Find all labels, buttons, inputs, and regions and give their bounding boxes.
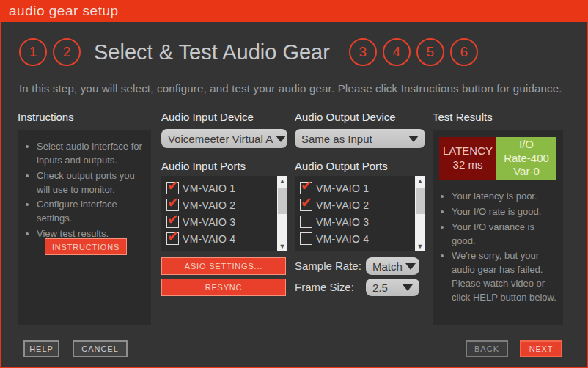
audio-gear-setup-window: audio gear setup 1 2 Select & Test Audio… <box>0 0 588 368</box>
port-checkbox[interactable] <box>166 216 179 228</box>
port-checkbox[interactable] <box>300 216 312 228</box>
latency-title: LATENCY <box>443 144 493 158</box>
latency-value: 32 ms <box>453 158 483 172</box>
output-port-row[interactable]: VM-VAIO 4 <box>295 230 425 247</box>
port-checkbox[interactable] <box>300 199 312 211</box>
io-title: I/O <box>519 138 534 152</box>
chevron-down-icon <box>405 263 416 270</box>
audio-input-device-value: Voicemeeter Virtual A <box>168 133 273 145</box>
input-port-row[interactable]: VM-VAIO 4 <box>161 230 287 247</box>
scroll-down-icon[interactable]: ▼ <box>277 241 287 251</box>
port-label: VM-VAIO 1 <box>183 183 235 194</box>
resync-button[interactable]: RESYNC <box>161 279 286 296</box>
audio-input-ports-list: VM-VAIO 1 VM-VAIO 2 VM-VAIO 3 VM-VAIO 4 … <box>161 176 287 251</box>
instructions-bullet-list: Select audio interface for inputs and ou… <box>23 140 148 241</box>
test-results-label: Test Results <box>433 111 493 123</box>
audio-output-device-label: Audio Output Device <box>295 111 396 123</box>
audio-output-ports-label: Audio Output Ports <box>295 160 388 172</box>
asio-settings-button[interactable]: ASIO SETTINGS... <box>161 257 286 275</box>
help-button[interactable]: HELP <box>23 340 59 357</box>
scrollbar[interactable]: ▲ ▼ <box>277 176 287 251</box>
audio-output-device-dropdown[interactable]: Same as Input <box>295 129 425 148</box>
step-indicator-2[interactable]: 2 <box>53 38 81 66</box>
chevron-down-icon <box>403 284 413 291</box>
instruction-item: Configure interface settings. <box>37 198 148 226</box>
audio-input-ports-label: Audio Input Ports <box>161 160 246 172</box>
port-label: VM-VAIO 4 <box>316 233 369 245</box>
step-indicator-3[interactable]: 3 <box>349 38 377 66</box>
step-indicator-1[interactable]: 1 <box>19 38 47 66</box>
audio-input-device-label: Audio Input Device <box>161 111 254 123</box>
frame-size-label: Frame Size: <box>295 281 354 293</box>
instruction-item: Select audio interface for inputs and ou… <box>37 140 148 168</box>
test-result-item: Your I/O rate is good. <box>452 205 560 219</box>
instructions-panel: Select audio interface for inputs and ou… <box>18 130 151 325</box>
io-variance-value: Var-0 <box>513 165 540 179</box>
port-label: VM-VAIO 3 <box>316 216 369 228</box>
output-port-row[interactable]: VM-VAIO 3 <box>295 213 425 230</box>
audio-output-device-value: Same as Input <box>301 133 372 145</box>
chevron-down-icon <box>276 136 286 142</box>
port-checkbox[interactable] <box>300 182 312 194</box>
latency-result-block: LATENCY 32 ms <box>439 137 496 180</box>
port-label: VM-VAIO 4 <box>183 233 235 245</box>
wizard-header: 1 2 Select & Test Audio Gear 3 4 5 6 <box>19 38 484 66</box>
cancel-button[interactable]: CANCEL <box>73 340 128 357</box>
test-results-bullet-list: Your latency is poor. Your I/O rate is g… <box>438 190 560 305</box>
sample-rate-dropdown[interactable]: Match <box>366 257 419 275</box>
output-port-row[interactable]: VM-VAIO 1 <box>295 180 425 196</box>
test-results-panel: LATENCY 32 ms I/O Rate-400 Var-0 Your la… <box>433 130 563 325</box>
step-indicator-4[interactable]: 4 <box>383 38 411 66</box>
step-indicator-6[interactable]: 6 <box>450 38 478 66</box>
instruction-item: Check output ports you will use to monit… <box>37 169 148 197</box>
chevron-down-icon <box>408 136 419 142</box>
input-port-row[interactable]: VM-VAIO 2 <box>161 196 287 213</box>
port-label: VM-VAIO 2 <box>183 199 235 211</box>
scrollbar[interactable]: ▲ ▼ <box>415 176 425 251</box>
scrollbar-thumb[interactable] <box>278 188 287 214</box>
page-title: Select & Test Audio Gear <box>94 40 330 65</box>
step-description: In this step, you will select, configure… <box>19 82 578 95</box>
input-port-row[interactable]: VM-VAIO 3 <box>161 213 287 230</box>
audio-input-device-dropdown[interactable]: Voicemeeter Virtual A <box>161 129 287 148</box>
port-label: VM-VAIO 3 <box>183 216 235 228</box>
port-label: VM-VAIO 1 <box>316 183 369 194</box>
frame-size-dropdown[interactable]: 2.5 <box>366 279 419 296</box>
back-button[interactable]: BACK <box>466 340 508 357</box>
test-result-item: Your latency is poor. <box>452 190 560 204</box>
port-checkbox[interactable] <box>166 182 179 194</box>
port-checkbox[interactable] <box>300 232 312 245</box>
instructions-label: Instructions <box>18 111 74 123</box>
output-port-row[interactable]: VM-VAIO 2 <box>295 196 425 213</box>
test-result-item: Your I/O variance is good. <box>452 221 560 249</box>
audio-output-ports-list: VM-VAIO 1 VM-VAIO 2 VM-VAIO 3 VM-VAIO 4 … <box>295 176 425 251</box>
step-indicator-5[interactable]: 5 <box>416 38 444 66</box>
port-checkbox[interactable] <box>166 199 179 211</box>
test-result-blocks: LATENCY 32 ms I/O Rate-400 Var-0 <box>439 137 556 180</box>
test-result-item: We're sorry, but your audio gear has fai… <box>452 249 560 304</box>
frame-size-value: 2.5 <box>372 281 388 294</box>
instructions-button[interactable]: INSTRUCTIONS <box>45 238 127 255</box>
port-label: VM-VAIO 2 <box>316 199 369 211</box>
scroll-up-icon[interactable]: ▲ <box>277 176 287 186</box>
scroll-up-icon[interactable]: ▲ <box>415 176 425 186</box>
next-button[interactable]: NEXT <box>520 340 562 357</box>
window-titlebar[interactable]: audio gear setup <box>0 0 588 22</box>
io-result-block: I/O Rate-400 Var-0 <box>496 137 556 180</box>
scroll-down-icon[interactable]: ▼ <box>415 241 425 251</box>
input-port-row[interactable]: VM-VAIO 1 <box>161 180 287 196</box>
sample-rate-value: Match <box>372 260 403 273</box>
window-title: audio gear setup <box>9 3 119 18</box>
sample-rate-label: Sample Rate: <box>295 260 361 272</box>
scrollbar-thumb[interactable] <box>416 188 425 214</box>
port-checkbox[interactable] <box>166 232 179 245</box>
io-rate-value: Rate-400 <box>504 152 549 166</box>
